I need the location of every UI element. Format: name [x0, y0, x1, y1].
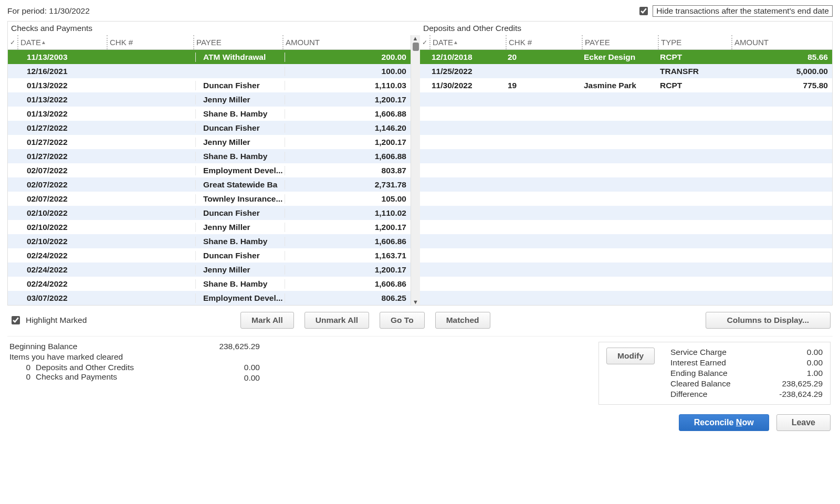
- leave-button[interactable]: Leave: [776, 414, 831, 431]
- checks-scrollbar[interactable]: ▲ ▼: [411, 35, 420, 305]
- date-header[interactable]: DATE ▲: [17, 35, 107, 49]
- chknum-header[interactable]: CHK #: [107, 35, 193, 49]
- amount-header[interactable]: AMOUNT: [282, 35, 411, 49]
- beginning-balance-label: Beginning Balance: [9, 342, 134, 351]
- payee-header[interactable]: PAYEE: [193, 35, 282, 49]
- scroll-down-icon[interactable]: ▼: [413, 299, 418, 305]
- table-row[interactable]: 11/30/202219Jasmine ParkRCPT775.80: [420, 78, 832, 92]
- table-row[interactable]: [420, 277, 832, 291]
- service-charge-label: Service Charge: [670, 348, 760, 357]
- table-row[interactable]: 01/13/2022Jenny Miller1,200.17: [8, 92, 411, 107]
- table-row[interactable]: 01/13/2022Duncan Fisher1,110.03: [8, 78, 411, 92]
- row-payee: Shane B. Hamby: [195, 279, 285, 289]
- columns-button[interactable]: Columns to Display...: [706, 312, 831, 329]
- table-row[interactable]: [420, 262, 832, 277]
- table-row[interactable]: [420, 192, 832, 206]
- deposits-title: Deposits and Other Credits: [420, 22, 832, 35]
- table-row[interactable]: 01/27/2022Shane B. Hamby1,606.88: [8, 149, 411, 163]
- table-row[interactable]: [420, 234, 832, 248]
- table-row[interactable]: 02/07/2022Employment Devel...803.87: [8, 163, 411, 177]
- table-row[interactable]: [420, 291, 832, 305]
- row-amount: 1,110.02: [285, 208, 411, 218]
- table-row[interactable]: 01/27/2022Jenny Miller1,200.17: [8, 135, 411, 149]
- deposits-panel: Deposits and Other Credits ✓ DATE ▲ CHK …: [420, 22, 832, 305]
- check-col-icon[interactable]: ✓: [8, 35, 17, 49]
- table-row[interactable]: 12/16/2021100.00: [8, 64, 411, 78]
- amount-header[interactable]: AMOUNT: [731, 35, 832, 49]
- chknum-header[interactable]: CHK #: [506, 35, 582, 49]
- highlight-marked-checkbox[interactable]: [12, 316, 20, 324]
- row-amount: 1,200.17: [285, 138, 411, 147]
- matched-button[interactable]: Matched: [435, 312, 490, 329]
- unmark-all-button[interactable]: Unmark All: [304, 312, 369, 329]
- table-row[interactable]: [420, 177, 832, 192]
- table-row[interactable]: 01/13/2022Shane B. Hamby1,606.88: [8, 107, 411, 121]
- table-row[interactable]: 02/07/2022Great Statewide Ba2,731.78: [8, 177, 411, 192]
- row-payee: ATM Withdrawal: [195, 52, 285, 62]
- checks-panel: Checks and Payments ✓ DATE ▲ CHK # PAYEE…: [8, 22, 420, 305]
- difference-label: Difference: [670, 390, 760, 399]
- modify-button[interactable]: Modify: [606, 348, 655, 364]
- row-date: 01/13/2022: [19, 95, 109, 104]
- deposits-label: Deposits and Other Credits: [36, 363, 134, 372]
- table-row[interactable]: 02/10/2022Jenny Miller1,200.17: [8, 220, 411, 234]
- row-amount: 2,731.78: [285, 180, 411, 190]
- table-row[interactable]: 03/07/2022Employment Devel...806.25: [8, 291, 411, 305]
- row-amount: 775.80: [731, 81, 832, 90]
- row-payee: Ecker Design: [582, 52, 658, 62]
- row-date: 01/27/2022: [19, 152, 109, 161]
- row-amount: 1,110.03: [285, 81, 411, 90]
- service-charge-value: 0.00: [760, 348, 823, 357]
- table-row[interactable]: 11/13/2003ATM Withdrawal200.00: [8, 50, 411, 64]
- row-date: 02/10/2022: [19, 223, 109, 232]
- table-row[interactable]: [420, 248, 832, 262]
- table-row[interactable]: 01/27/2022Duncan Fisher1,146.20: [8, 121, 411, 135]
- type-header[interactable]: TYPE: [658, 35, 731, 49]
- row-amount: 100.00: [285, 67, 411, 76]
- row-amount: 5,000.00: [731, 67, 832, 76]
- table-row[interactable]: [420, 107, 832, 121]
- table-row[interactable]: 02/10/2022Shane B. Hamby1,606.86: [8, 234, 411, 248]
- hide-transactions-option[interactable]: Hide transactions after the statement's …: [637, 5, 833, 17]
- highlight-marked-label: Highlight Marked: [26, 316, 87, 325]
- table-row[interactable]: 02/07/2022Townley Insurance...105.00: [8, 192, 411, 206]
- table-row[interactable]: 02/24/2022Jenny Miller1,200.17: [8, 262, 411, 277]
- table-row[interactable]: [420, 149, 832, 163]
- row-amount: 1,606.88: [285, 109, 411, 119]
- reconcile-now-button[interactable]: Reconcile Now: [679, 414, 769, 431]
- mark-all-button[interactable]: Mark All: [240, 312, 294, 329]
- row-payee: Employment Devel...: [195, 293, 285, 303]
- row-chk: 19: [506, 81, 582, 90]
- date-header[interactable]: DATE ▲: [429, 35, 506, 49]
- table-row[interactable]: 11/25/2022TRANSFR5,000.00: [420, 64, 832, 78]
- checks-count: 0: [9, 372, 30, 382]
- table-row[interactable]: 02/24/2022Shane B. Hamby1,606.86: [8, 277, 411, 291]
- hide-transactions-checkbox[interactable]: [639, 7, 648, 15]
- row-payee: Duncan Fisher: [195, 251, 285, 260]
- highlight-marked-option[interactable]: Highlight Marked: [9, 314, 230, 326]
- table-row[interactable]: 02/10/2022Duncan Fisher1,110.02: [8, 206, 411, 220]
- table-row[interactable]: [420, 121, 832, 135]
- table-row[interactable]: [420, 135, 832, 149]
- ending-balance-label: Ending Balance: [670, 369, 760, 378]
- table-row[interactable]: 02/24/2022Duncan Fisher1,163.71: [8, 248, 411, 262]
- row-date: 02/10/2022: [19, 208, 109, 218]
- table-row[interactable]: [420, 163, 832, 177]
- table-row[interactable]: [420, 220, 832, 234]
- row-date: 03/07/2022: [19, 293, 109, 303]
- row-type: RCPT: [658, 52, 731, 62]
- table-row[interactable]: 12/10/201820Ecker DesignRCPT85.66: [420, 50, 832, 64]
- goto-button[interactable]: Go To: [380, 312, 425, 329]
- scroll-thumb[interactable]: [413, 43, 419, 51]
- table-row[interactable]: [420, 206, 832, 220]
- row-payee: Townley Insurance...: [195, 194, 285, 204]
- checks-rows[interactable]: 11/13/2003ATM Withdrawal200.0012/16/2021…: [8, 50, 411, 305]
- row-amount: 1,146.20: [285, 123, 411, 133]
- row-payee: Jenny Miller: [195, 265, 285, 275]
- table-row[interactable]: [420, 92, 832, 107]
- check-col-icon[interactable]: ✓: [420, 35, 429, 49]
- payee-header[interactable]: PAYEE: [582, 35, 658, 49]
- scroll-up-icon[interactable]: ▲: [413, 35, 419, 41]
- row-date: 02/24/2022: [19, 279, 109, 289]
- deposits-rows[interactable]: 12/10/201820Ecker DesignRCPT85.6611/25/2…: [420, 50, 832, 305]
